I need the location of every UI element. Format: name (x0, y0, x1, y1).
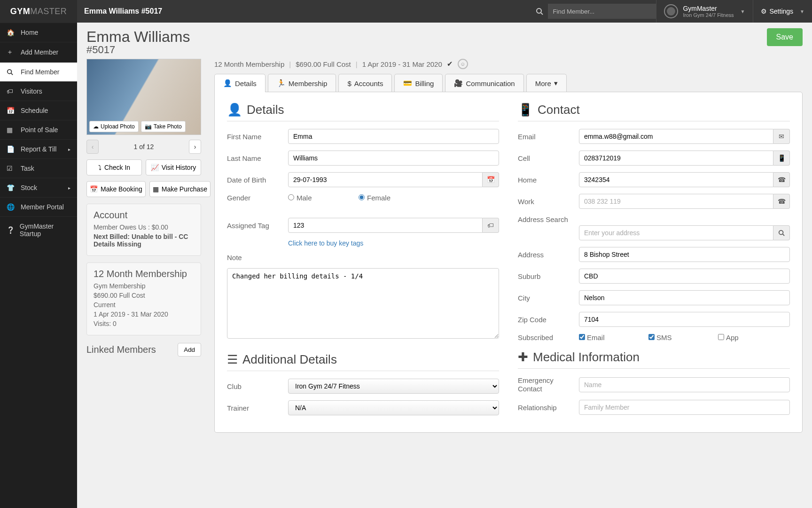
help-icon: ❔ (7, 226, 15, 234)
tab-billing[interactable]: 💳Billing (394, 74, 443, 92)
email-input[interactable] (579, 129, 773, 144)
sidebar-item-label: Member Portal (21, 203, 64, 211)
membership-panel[interactable]: 12 Month Membership Gym Membership $690.… (86, 262, 201, 335)
work-phone-label: Work (518, 198, 579, 206)
tab-accounts[interactable]: $Accounts (338, 74, 392, 92)
work-phone-addon-button[interactable]: ☎ (773, 194, 790, 209)
relationship-input[interactable] (579, 400, 790, 415)
upload-photo-button[interactable]: ☁Upload Photo (89, 121, 139, 132)
user-menu[interactable]: GymMaster Iron Gym 24/7 Fitness ▼ (656, 0, 752, 23)
sidebar-item-label: Find Member (21, 68, 59, 76)
sub-app-checkbox[interactable] (718, 334, 724, 340)
sidebar-item-startup[interactable]: ❔GymMaster Startup (0, 216, 77, 243)
list-icon: ☰ (227, 352, 238, 367)
sidebar-item-label: Point of Sale (21, 126, 58, 134)
sidebar-item-schedule[interactable]: 📅Schedule (0, 101, 77, 120)
address-search-button[interactable] (773, 225, 790, 240)
visit-history-button[interactable]: 📈Visit History (146, 159, 201, 175)
sub-sms-checkbox[interactable] (648, 334, 655, 340)
sub-email-option[interactable]: Email (579, 333, 640, 341)
gender-male-option[interactable]: Male (288, 194, 349, 202)
sidebar-item-home[interactable]: 🏠Home (0, 23, 77, 42)
logo[interactable]: GYMMASTER (0, 0, 77, 23)
photo-next-button[interactable]: › (189, 140, 201, 154)
first-name-input[interactable] (288, 129, 499, 144)
search-icon[interactable] (531, 3, 548, 20)
tag-addon-button[interactable]: 🏷 (483, 218, 499, 233)
sidebar-item-label: Task (21, 165, 34, 172)
envelope-icon: ✉ (779, 133, 784, 140)
take-photo-button[interactable]: 📷Take Photo (141, 121, 186, 132)
cell-addon-button[interactable]: 📱 (773, 151, 790, 166)
tab-more[interactable]: More ▾ (526, 74, 567, 92)
gender-male-radio[interactable] (288, 194, 294, 200)
chart-icon: 📈 (151, 164, 159, 171)
smile-icon[interactable]: ☺ (458, 59, 468, 69)
settings-menu[interactable]: ⚙ Settings ▼ (753, 0, 812, 23)
tabs: 👤Details 🏃Membership $Accounts 💳Billing … (214, 74, 803, 92)
suburb-input[interactable] (579, 269, 790, 284)
save-button[interactable]: Save (767, 28, 803, 46)
buy-key-tags-link[interactable]: Click here to buy key tags (288, 239, 363, 247)
make-booking-button[interactable]: 📅Make Booking (86, 181, 146, 197)
contact-section-title: 📱Contact (518, 103, 790, 121)
sidebar-item-add-member[interactable]: ＋Add Member (0, 42, 77, 62)
globe-icon: 🌐 (7, 203, 16, 211)
work-phone-input[interactable] (579, 194, 773, 209)
file-icon: 📄 (7, 145, 16, 153)
membership-range: 1 Apr 2019 - 31 Mar 2020 (94, 310, 194, 318)
settings-label: Settings (770, 8, 794, 15)
address-input[interactable] (579, 247, 790, 262)
photo-prev-button[interactable]: ‹ (86, 140, 99, 154)
note-textarea[interactable]: Changed her billing details - 1/4 (227, 268, 499, 339)
trainer-select[interactable]: N/A (288, 400, 499, 415)
first-name-label: First Name (227, 133, 288, 141)
caret-down-icon: ▾ (554, 79, 558, 87)
sub-sms-option[interactable]: SMS (648, 333, 710, 341)
account-panel[interactable]: Account Member Owes Us : $0.00 Next Bill… (86, 204, 201, 256)
city-label: City (518, 294, 579, 302)
dob-picker-button[interactable]: 📅 (483, 172, 499, 187)
sidebar-item-find-member[interactable]: Find Member (0, 62, 77, 81)
plus-icon: ✚ (518, 350, 528, 365)
last-name-input[interactable] (288, 151, 499, 166)
make-purchase-button[interactable]: ▦Make Purchase (149, 181, 211, 197)
member-photo: ☁Upload Photo 📷Take Photo (86, 59, 201, 135)
sidebar-item-visitors[interactable]: 🏷Visitors (0, 81, 77, 101)
sub-app-option[interactable]: App (718, 333, 779, 341)
dob-input[interactable] (288, 172, 483, 187)
email-label: Email (518, 133, 579, 141)
gender-female-option[interactable]: Female (359, 194, 420, 202)
sidebar-item-stock[interactable]: 👕Stock▸ (0, 178, 77, 197)
email-addon-button[interactable]: ✉ (773, 129, 790, 144)
sidebar-item-report-till[interactable]: 📄Report & Till▸ (0, 139, 77, 159)
sidebar-item-task[interactable]: ☑Task (0, 159, 77, 178)
sidebar-item-pos[interactable]: ▦Point of Sale (0, 120, 77, 139)
sidebar-item-member-portal[interactable]: 🌐Member Portal (0, 197, 77, 216)
membership-summary-line: 12 Month Membership| $690.00 Full Cost| … (214, 59, 803, 69)
zip-input[interactable] (579, 312, 790, 327)
add-linked-member-button[interactable]: Add (178, 343, 201, 357)
check-in-button[interactable]: ⤵Check In (86, 159, 142, 175)
assigned-tag-input[interactable] (288, 218, 483, 233)
city-input[interactable] (579, 290, 790, 305)
cell-input[interactable] (579, 151, 773, 166)
tab-details[interactable]: 👤Details (214, 74, 265, 92)
club-select[interactable]: Iron Gym 24/7 Fitness (288, 379, 499, 394)
home-phone-label: Home (518, 176, 579, 184)
home-phone-input[interactable] (579, 172, 773, 187)
additional-section-title: ☰Additional Details (227, 352, 499, 371)
emergency-contact-input[interactable] (579, 377, 790, 392)
device-icon: 📱 (518, 103, 533, 117)
find-member-input[interactable] (548, 4, 656, 19)
tab-membership[interactable]: 🏃Membership (268, 74, 336, 92)
check-icon: ☑ (7, 165, 16, 172)
sub-email-checkbox[interactable] (579, 334, 585, 340)
chevron-left-icon: ‹ (92, 143, 94, 151)
home-phone-addon-button[interactable]: ☎ (773, 172, 790, 187)
gender-female-radio[interactable] (359, 194, 365, 200)
tab-communication[interactable]: 🎥Communication (445, 74, 523, 92)
address-search-input[interactable] (579, 225, 773, 240)
medical-section-title: ✚Medical Information (518, 350, 790, 369)
photo-pager-text: 1 of 12 (99, 143, 189, 151)
